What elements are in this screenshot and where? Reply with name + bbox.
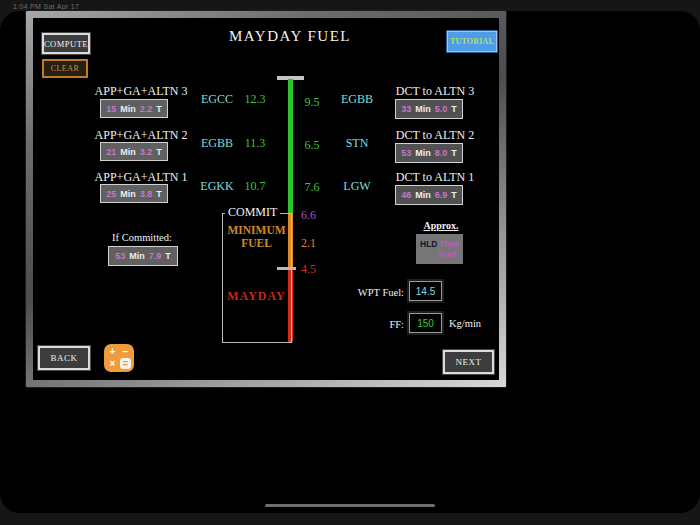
ff-input[interactable]: 150 bbox=[409, 313, 442, 333]
ff-label: FF: bbox=[330, 319, 404, 330]
app-ga-altn1-label: APP+GA+ALTN 1 bbox=[86, 170, 196, 185]
tons-unit: T bbox=[451, 104, 457, 114]
scale-value-egcc: 12.3 bbox=[240, 92, 270, 107]
scale-rvalue-stn: 6.5 bbox=[298, 138, 326, 153]
min-unit: Min bbox=[415, 104, 431, 114]
minimum-fuel-label: MINIMUM FUEL bbox=[221, 224, 292, 250]
altn1-tons: 3.8 bbox=[140, 189, 153, 199]
scale-rvalue-lgw: 7.6 bbox=[298, 180, 326, 195]
dct3-minutes: 33 bbox=[401, 104, 411, 114]
if-committed-label: If Committed: bbox=[102, 232, 182, 243]
tons-unit: T bbox=[451, 190, 457, 200]
hld-fuel-option[interactable]: Fuel bbox=[420, 249, 459, 259]
scale-airport-egkk: EGKK bbox=[195, 179, 239, 194]
min-unit: Min bbox=[415, 190, 431, 200]
altn2-minutes: 21 bbox=[106, 147, 116, 157]
min-unit: Min bbox=[415, 148, 431, 158]
altn3-minutes: 15 bbox=[106, 104, 116, 114]
tons-unit: T bbox=[165, 251, 171, 261]
altn1-minutes: 25 bbox=[106, 189, 116, 199]
minimum-fuel-value: 2.1 bbox=[301, 236, 316, 251]
tons-unit: T bbox=[451, 148, 457, 158]
if-committed-field[interactable]: 53 Min 7.9 T bbox=[108, 246, 178, 266]
altn2-tons: 3.2 bbox=[140, 147, 153, 157]
altn3-tons: 2.2 bbox=[140, 104, 153, 114]
plus-glyph: + bbox=[106, 346, 119, 357]
hld-label: HLD bbox=[420, 239, 437, 249]
home-indicator[interactable] bbox=[265, 504, 435, 507]
min-unit: Min bbox=[129, 251, 145, 261]
scale-airport-egbb-left: EGBB bbox=[195, 136, 239, 151]
approx-label: Approx. bbox=[417, 220, 465, 231]
compute-button[interactable]: COMPUTE bbox=[42, 33, 90, 54]
mayday-label: MAYDAY bbox=[221, 289, 292, 304]
commit-value: 6.6 bbox=[301, 208, 316, 223]
dct1-minutes: 46 bbox=[401, 190, 411, 200]
fuel-bar-green-segment bbox=[288, 79, 293, 213]
ff-unit-label: Kg/min bbox=[449, 318, 481, 329]
times-glyph: × bbox=[106, 357, 119, 370]
dct-altn1-field[interactable]: 46 Min 6.9 T bbox=[395, 185, 463, 205]
minus-glyph: − bbox=[119, 346, 132, 357]
dct-altn3-field[interactable]: 33 Min 5.0 T bbox=[395, 99, 463, 119]
tutorial-button[interactable]: TUTORIAL bbox=[447, 31, 497, 52]
dct1-tons: 6.9 bbox=[435, 190, 448, 200]
page-title: MAYDAY FUEL bbox=[200, 28, 380, 45]
equals-glyph: = bbox=[120, 358, 131, 369]
scale-rvalue-egbb: 9.5 bbox=[298, 95, 326, 110]
scale-airport-lgw: LGW bbox=[333, 179, 381, 194]
wpt-fuel-input[interactable]: 14.5 bbox=[409, 281, 442, 301]
scale-value-egbb: 11.3 bbox=[240, 136, 270, 151]
app-ga-altn3-label: APP+GA+ALTN 3 bbox=[86, 84, 196, 99]
dct-altn1-label: DCT to ALTN 1 bbox=[385, 170, 485, 185]
calculator-icon[interactable]: + − × = bbox=[104, 344, 134, 372]
scale-airport-stn: STN bbox=[333, 136, 381, 151]
dct2-minutes: 53 bbox=[401, 148, 411, 158]
commit-label: COMMIT bbox=[225, 205, 280, 220]
dct-altn3-label: DCT to ALTN 3 bbox=[385, 84, 485, 99]
dct3-tons: 5.0 bbox=[435, 104, 448, 114]
tons-unit: T bbox=[156, 189, 162, 199]
hld-time-fuel-toggle[interactable]: HLD Time Fuel bbox=[416, 234, 463, 264]
app-ga-altn2-field[interactable]: 21 Min 3.2 T bbox=[100, 142, 168, 161]
scale-airport-egbb-right: EGBB bbox=[333, 92, 381, 107]
scale-value-egkk: 10.7 bbox=[240, 179, 270, 194]
ifc-minutes: 53 bbox=[115, 251, 125, 261]
scale-airport-egcc: EGCC bbox=[195, 92, 239, 107]
ifc-tons: 7.9 bbox=[149, 251, 162, 261]
min-unit: Min bbox=[120, 147, 136, 157]
back-button[interactable]: BACK bbox=[38, 346, 90, 370]
ipad-screen: 1:04 PM Sat Apr 17 COMPUTE CLEAR MAYDAY … bbox=[0, 0, 700, 525]
min-unit: Min bbox=[120, 104, 136, 114]
dct-altn2-field[interactable]: 53 Min 8.0 T bbox=[395, 143, 463, 163]
clear-button[interactable]: CLEAR bbox=[42, 59, 88, 78]
dct-altn2-label: DCT to ALTN 2 bbox=[385, 128, 485, 143]
app-ga-altn3-field[interactable]: 15 Min 2.2 T bbox=[100, 99, 168, 118]
app-ga-altn1-field[interactable]: 25 Min 3.8 T bbox=[100, 184, 168, 203]
dct2-tons: 8.0 bbox=[435, 148, 448, 158]
mayday-value: 4.5 bbox=[301, 262, 316, 277]
app-ga-altn2-label: APP+GA+ALTN 2 bbox=[86, 128, 196, 143]
hld-time-option[interactable]: Time bbox=[439, 239, 459, 249]
min-unit: Min bbox=[120, 189, 136, 199]
tons-unit: T bbox=[156, 147, 162, 157]
tons-unit: T bbox=[156, 104, 162, 114]
wpt-fuel-label: WPT Fuel: bbox=[330, 287, 404, 298]
next-button[interactable]: NEXT bbox=[443, 350, 494, 374]
status-bar-clock: 1:04 PM Sat Apr 17 bbox=[13, 3, 79, 10]
